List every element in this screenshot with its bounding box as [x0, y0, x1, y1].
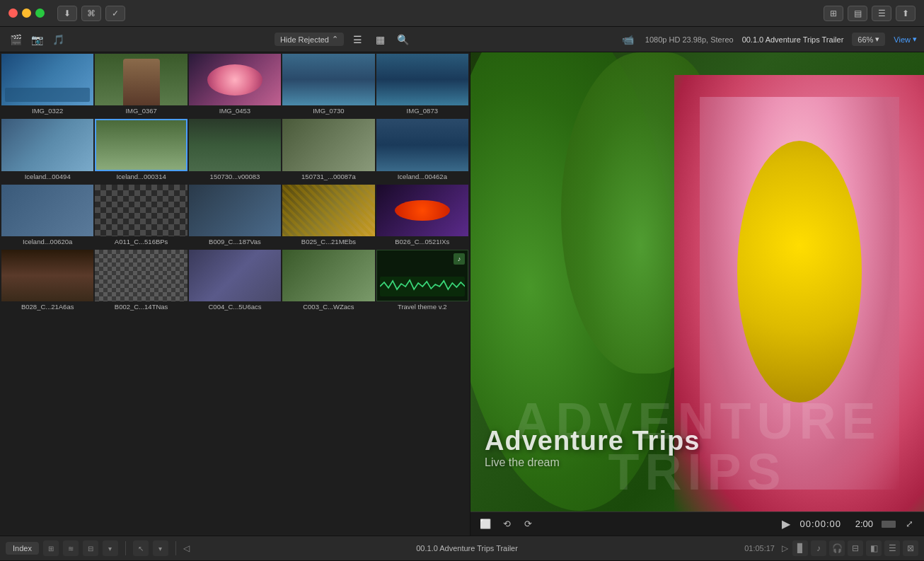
library-icon[interactable]: 🎬	[7, 31, 24, 48]
clip-thumbnail	[95, 250, 187, 301]
list-view-icon[interactable]: ☰	[350, 31, 366, 48]
clip-label: IMG_0453	[189, 105, 281, 117]
preview-bg-text: ADVENTURE TRIPS	[470, 395, 924, 497]
play-button[interactable]: ▶	[778, 516, 794, 532]
layout-icon[interactable]: ▤	[848, 6, 867, 21]
list-item[interactable]: IMG_0730	[282, 54, 374, 117]
timecode-separator	[847, 519, 850, 529]
clip-thumbnail	[376, 185, 468, 236]
clip-thumbnail	[1, 185, 93, 236]
maximize-button[interactable]	[35, 8, 45, 18]
list-item[interactable]: A011_C...516BPs	[95, 185, 187, 248]
list-item[interactable]: Iceland...00494	[1, 119, 93, 183]
preview-video: Adventure Trips Live the dream ADVENTURE…	[470, 52, 924, 511]
list-item[interactable]: IMG_0322	[1, 54, 93, 117]
list-item[interactable]: Iceland...00462a	[376, 119, 468, 183]
view-button[interactable]: View ▾	[894, 35, 917, 44]
forward-arrow[interactable]: ▷	[782, 543, 788, 553]
camera-icon[interactable]: 📹	[620, 31, 637, 48]
titlebar-right-icons: ⊞ ▤ ☰ ⬆	[824, 6, 916, 21]
clip-thumbnail	[189, 250, 281, 301]
headphone-icon[interactable]: 🎧	[829, 540, 845, 556]
hide-rejected-button[interactable]: Hide Rejected ⌃	[275, 33, 344, 46]
view-label: View	[894, 35, 911, 44]
titlebar: ⬇ ⌘ ✓ ⊞ ▤ ☰ ⬆	[0, 0, 924, 27]
list-item[interactable]: C004_C...5U6acs	[189, 250, 281, 313]
clip-thumbnail	[95, 119, 187, 170]
preview-panel: Adventure Trips Live the dream ADVENTURE…	[470, 52, 924, 536]
clip-name-display: 00.1.0 Adventure Trips Trailer	[742, 35, 844, 44]
color-icon[interactable]: ⟳	[520, 516, 536, 532]
search-icon[interactable]: 🔍	[395, 31, 412, 48]
zoom-button[interactable]: 66% ▾	[852, 33, 885, 46]
list-item[interactable]: B025_C...21MEbs	[282, 185, 374, 248]
timeline-options-icon[interactable]: ▾	[103, 540, 118, 556]
view-chevron: ▾	[913, 35, 917, 44]
audio-track-icon[interactable]: ⊟	[83, 540, 98, 556]
audio-icon[interactable]: 🎵	[50, 31, 67, 48]
clip-label: Iceland...00462a	[376, 171, 468, 183]
clip-appearance-icon[interactable]: ▦	[372, 31, 389, 48]
check-icon[interactable]: ✓	[105, 6, 125, 21]
list-item[interactable]: B028_C...21A6as	[1, 250, 93, 313]
clip-trim-icon[interactable]: ▊	[792, 540, 808, 556]
clip-label: B028_C...21A6as	[1, 301, 93, 313]
list-item[interactable]: ♪ Travel theme v.2	[376, 250, 468, 313]
fullscreen-button[interactable]: ⤢	[901, 516, 917, 532]
list-item[interactable]: IMG_0367	[95, 54, 187, 117]
list-item[interactable]: Iceland...00620a	[1, 185, 93, 248]
toolbar-left: 🎬 📷 🎵	[7, 31, 67, 48]
clip-grid: IMG_0322 IMG_0367 IMG_0453	[0, 52, 470, 315]
clip-label: Iceland...00620a	[1, 236, 93, 248]
timeline-bar: Index ⊞ ≋ ⊟ ▾ ↖ ▾ ◁ 00.1.0 Adventure Tri…	[0, 536, 924, 561]
clip-thumbnail	[376, 119, 468, 170]
list-item[interactable]: 150730...v00083	[189, 119, 281, 183]
solo-icon[interactable]: ◧	[866, 540, 882, 556]
select-tool[interactable]: ↖	[133, 540, 149, 556]
clip-thumbnail	[189, 185, 281, 236]
grid-icon[interactable]: ⊞	[824, 6, 843, 21]
list-item[interactable]: Iceland...000314	[95, 119, 187, 183]
close-button[interactable]	[8, 8, 18, 18]
detail-icon[interactable]: ☰	[872, 6, 891, 21]
zoom-fit-icon[interactable]: ⊠	[903, 540, 918, 556]
main-area: IMG_0322 IMG_0367 IMG_0453	[0, 52, 924, 536]
clip-label: Iceland...00494	[1, 171, 93, 183]
clip-thumbnail	[95, 54, 187, 105]
back-arrow[interactable]: ◁	[183, 543, 190, 553]
timeline-settings-icon[interactable]: ☰	[884, 540, 900, 556]
video-info: 1080p HD 23.98p, Stereo	[645, 35, 734, 44]
photos-icon[interactable]: 📷	[28, 31, 45, 48]
audio-meter-icon[interactable]: ♪	[811, 540, 826, 556]
list-item[interactable]: B009_C...187Vas	[189, 185, 281, 248]
timecode-display: 00:00:00	[799, 519, 841, 529]
list-item[interactable]: IMG_0453	[189, 54, 281, 117]
index-button[interactable]: Index	[6, 542, 39, 555]
export-icon[interactable]: ⬆	[896, 6, 916, 21]
timeline-title: 00.1.0 Adventure Trips Trailer	[194, 544, 740, 553]
hide-rejected-chevron: ⌃	[332, 35, 338, 44]
list-item[interactable]: 150731_...00087a	[282, 119, 374, 183]
clip-thumbnail	[1, 54, 93, 105]
clip-label: IMG_0873	[376, 105, 468, 117]
duration-display: 2:00	[855, 519, 873, 529]
key-icon[interactable]: ⌘	[81, 6, 101, 21]
minimize-button[interactable]	[22, 8, 31, 18]
clip-thumbnail	[282, 185, 374, 236]
crop-icon[interactable]: ⬜	[478, 516, 493, 532]
clip-label: C003_C...WZacs	[282, 301, 374, 313]
clip-thumbnail: ♪	[376, 250, 468, 301]
clip-thumbnail	[376, 54, 468, 105]
list-item[interactable]: IMG_0873	[376, 54, 468, 117]
list-item[interactable]: B002_C...14TNas	[95, 250, 187, 313]
download-icon[interactable]: ⬇	[57, 6, 77, 21]
list-item[interactable]: B026_C...0521IXs	[376, 185, 468, 248]
clip-view-icon[interactable]: ⊞	[43, 540, 59, 556]
zoom-level: 66%	[857, 35, 873, 44]
mute-icon[interactable]: ⊟	[848, 540, 863, 556]
tool-options[interactable]: ▾	[153, 540, 168, 556]
list-item[interactable]: C003_C...WZacs	[282, 250, 374, 313]
transform-icon[interactable]: ⟲	[499, 516, 514, 532]
browser-panel: IMG_0322 IMG_0367 IMG_0453	[0, 52, 470, 536]
waveform-icon[interactable]: ≋	[63, 540, 79, 556]
